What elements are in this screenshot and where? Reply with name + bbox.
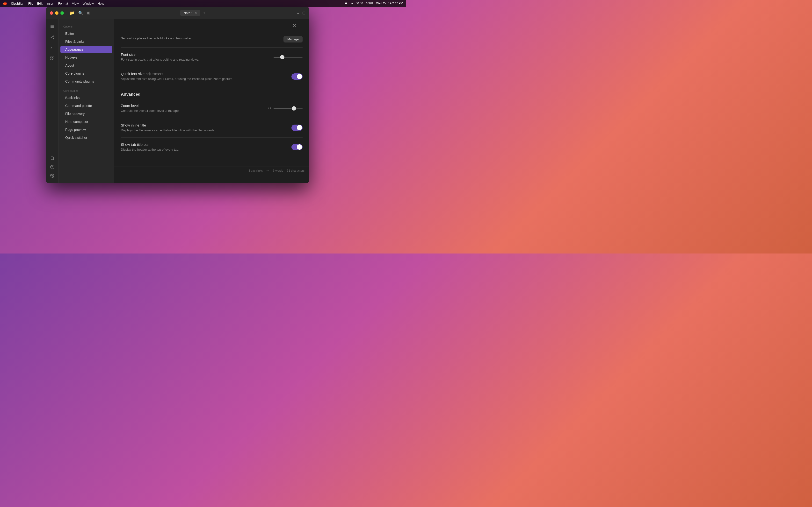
quick-font-size-row: Quick font size adjustment Adjust the fo… — [121, 67, 303, 86]
top-desc-text: Set font for places like code blocks and… — [121, 36, 192, 41]
menu-view[interactable]: View — [72, 2, 79, 5]
panel-close-button[interactable]: ✕ — [291, 22, 298, 29]
menu-format[interactable]: Format — [58, 2, 68, 5]
sidebar-item-help[interactable] — [48, 163, 57, 171]
svg-point-12 — [51, 175, 53, 176]
manage-button[interactable]: Manage — [284, 36, 303, 43]
options-label: Options — [58, 23, 114, 30]
sidebar-item-binary[interactable] — [48, 54, 57, 63]
character-count: 31 characters — [287, 169, 305, 172]
titlebar-icons: 📁 🔍 ⊞ — [69, 11, 90, 15]
zoom-level-slider-fill — [273, 108, 294, 109]
sidebar-item-backlinks[interactable]: Backlinks — [60, 94, 112, 102]
tab-close-icon[interactable]: ✕ — [195, 11, 197, 14]
sidebar-toggle-icon[interactable]: ⊟ — [302, 11, 305, 15]
zoom-level-row: Zoom level Controls the overall zoom lev… — [121, 99, 303, 118]
add-tab-icon[interactable]: ＋ — [202, 10, 206, 15]
time-display: 00:00 — [356, 2, 363, 5]
sidebar-item-hotkeys[interactable]: Hotkeys — [60, 54, 112, 61]
svg-rect-6 — [51, 57, 52, 58]
edit-icon: ✏ — [266, 169, 269, 172]
more-icon: ··· — [350, 2, 353, 5]
sidebar-item-appearance[interactable]: Appearance — [60, 46, 112, 53]
top-description: Set font for places like code blocks and… — [121, 32, 303, 48]
show-tab-title-bar-row: Show tab title bar Display the header at… — [121, 137, 303, 157]
font-size-slider-container[interactable] — [273, 57, 303, 58]
layout-icon[interactable]: ⊞ — [87, 11, 90, 15]
advanced-heading: Advanced — [121, 86, 303, 99]
sidebar-item-file-recovery[interactable]: File recovery — [60, 110, 112, 118]
zoom-level-desc: Controls the overall zoom level of the a… — [121, 109, 258, 113]
zoom-level-slider-container[interactable]: ↺ — [268, 106, 303, 111]
show-inline-title-title: Show inline title — [121, 123, 282, 127]
chevron-down-icon[interactable]: ⌄ — [296, 11, 299, 15]
font-size-desc: Font size in pixels that affects editing… — [121, 57, 264, 62]
statusbar: 3 backlinks ✏ 6 words 31 characters — [114, 167, 309, 175]
sidebar-item-page-preview[interactable]: Page preview — [60, 126, 112, 133]
settings-content: Set font for places like code blocks and… — [114, 32, 309, 167]
show-inline-title-info: Show inline title Displays the filename … — [121, 123, 292, 132]
font-size-row: Font size Font size in pixels that affec… — [121, 48, 303, 67]
sidebar-item-files[interactable] — [48, 22, 57, 31]
battery-display: 100% — [366, 2, 373, 5]
app-name[interactable]: Obsidian — [11, 2, 24, 5]
titlebar: 📁 🔍 ⊞ Note 1 ✕ ＋ ⌄ ⊟ — [46, 7, 309, 19]
show-tab-title-bar-info: Show tab title bar Display the header at… — [121, 143, 292, 152]
main-content: ✕ ⋮ Set font for places like code blocks… — [114, 19, 309, 183]
sidebar-item-settings[interactable] — [48, 171, 57, 180]
settings-sidebar: Options Editor Files & Links Appearance … — [58, 19, 114, 183]
menu-file[interactable]: File — [28, 2, 33, 5]
folder-icon[interactable]: 📁 — [69, 11, 74, 15]
sidebar-item-community-plugins[interactable]: Community plugins — [60, 77, 112, 85]
font-size-slider-track[interactable] — [273, 57, 303, 58]
sidebar-item-bookmark[interactable] — [48, 154, 57, 163]
titlebar-center: Note 1 ✕ ＋ — [93, 10, 293, 16]
sidebar-item-note-composer[interactable]: Note composer — [60, 118, 112, 125]
sidebar-item-graph[interactable] — [48, 33, 57, 42]
sidebar-item-files-links[interactable]: Files & Links — [60, 38, 112, 45]
menubar-right: ⏺ ··· 00:00 100% Wed Oct 19 2:47 PM — [345, 2, 403, 5]
sidebar-item-terminal[interactable] — [48, 44, 57, 52]
apple-icon[interactable]: 🍎 — [3, 1, 7, 5]
zoom-level-title: Zoom level — [121, 104, 258, 108]
titlebar-right: ⌄ ⊟ — [296, 11, 305, 15]
zoom-level-slider-thumb[interactable] — [292, 106, 296, 111]
icon-sidebar-bottom — [48, 154, 57, 180]
font-size-info: Font size Font size in pixels that affec… — [121, 52, 273, 62]
quick-font-toggle[interactable] — [292, 73, 303, 80]
core-plugins-label: Core plugins — [58, 86, 114, 94]
traffic-lights — [50, 11, 64, 15]
menu-insert[interactable]: Insert — [46, 2, 54, 5]
fullscreen-button[interactable] — [60, 11, 64, 15]
svg-point-1 — [53, 36, 54, 37]
menu-window[interactable]: Window — [83, 2, 94, 5]
show-tab-title-bar-toggle[interactable] — [292, 144, 303, 150]
minimize-button[interactable] — [55, 11, 58, 15]
panel-more-button[interactable]: ⋮ — [298, 22, 305, 29]
show-inline-title-knob — [297, 125, 302, 130]
search-icon[interactable]: 🔍 — [78, 11, 83, 15]
main-window: 📁 🔍 ⊞ Note 1 ✕ ＋ ⌄ ⊟ — [46, 7, 309, 183]
show-tab-title-bar-desc: Display the header at the top of every t… — [121, 148, 282, 152]
svg-point-10 — [50, 165, 54, 169]
zoom-level-slider-track[interactable] — [273, 108, 303, 109]
record-icon: ⏺ — [345, 2, 348, 5]
zoom-reset-icon[interactable]: ↺ — [268, 106, 271, 111]
backlinks-count[interactable]: 3 backlinks — [248, 169, 263, 172]
show-inline-title-toggle[interactable] — [292, 125, 303, 131]
sidebar-item-about[interactable]: About — [60, 62, 112, 69]
font-size-slider-thumb[interactable] — [280, 55, 285, 59]
datetime-display: Wed Oct 19 2:47 PM — [376, 2, 403, 5]
tab-note1[interactable]: Note 1 ✕ — [180, 10, 200, 16]
sidebar-item-quick-switcher[interactable]: Quick switcher — [60, 134, 112, 142]
show-tab-title-bar-title: Show tab title bar — [121, 143, 282, 147]
close-button[interactable] — [50, 11, 53, 15]
quick-font-title: Quick font size adjustment — [121, 72, 282, 76]
quick-font-toggle-knob — [297, 74, 302, 79]
sidebar-item-core-plugins[interactable]: Core plugins — [60, 69, 112, 77]
sidebar-item-editor[interactable]: Editor — [60, 30, 112, 38]
sidebar-item-command-palette[interactable]: Command palette — [60, 102, 112, 110]
font-size-title: Font size — [121, 52, 264, 56]
menu-help[interactable]: Help — [98, 2, 104, 5]
menu-edit[interactable]: Edit — [37, 2, 43, 5]
